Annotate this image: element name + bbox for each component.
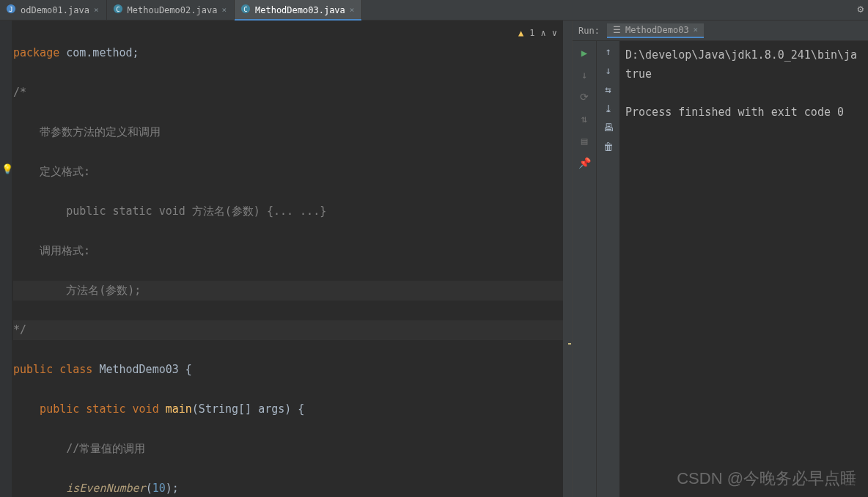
code-editor[interactable]: 💡 package com.method; /* 带参数方法的定义和调用 定义格…: [0, 21, 572, 497]
debug-icon[interactable]: ⇅: [577, 111, 592, 126]
warning-icon: ▲: [518, 23, 523, 43]
console-output[interactable]: D:\develop\Java\jdk1.8.0_241\bin\ja true…: [619, 41, 868, 497]
run-panel: Run: ☰ MethodDemo03 × ⚙ ▶ ↓ ⟳ ⇅ ▤ 📌 ↑ ↓ …: [572, 21, 868, 497]
stop-icon[interactable]: ↓: [577, 67, 592, 82]
run-config-tab[interactable]: ☰ MethodDemo03 ×: [607, 23, 704, 38]
warning-count: 1: [529, 23, 534, 43]
run-config-name: MethodDemo03: [625, 25, 689, 35]
class-icon: C: [113, 4, 123, 16]
chevron-up-icon[interactable]: ∧: [541, 23, 546, 43]
tab-label: MethouDemo02.java: [128, 5, 218, 15]
run-label: Run:: [578, 26, 600, 36]
tab-label: MethodDemo03.java: [255, 5, 345, 15]
close-icon[interactable]: ×: [94, 5, 99, 15]
tab-oddemo01[interactable]: J odDemo01.java ×: [0, 0, 107, 20]
run-toolbar-left: ▶ ↓ ⟳ ⇅ ▤ 📌: [573, 41, 596, 497]
tab-label: odDemo01.java: [21, 5, 89, 15]
pin-icon[interactable]: 📌: [577, 155, 592, 170]
run-toolbar-right: ↑ ↓ ⇆ ⤓ 🖶 🗑: [596, 41, 619, 497]
print-icon[interactable]: 🖶: [603, 122, 614, 133]
editor-tabs: J odDemo01.java × C MethouDemo02.java × …: [0, 0, 868, 21]
close-icon[interactable]: ×: [350, 5, 355, 15]
scroll-icon[interactable]: ⤓: [604, 103, 613, 114]
chevron-down-icon[interactable]: ∨: [552, 23, 557, 43]
inspection-bar[interactable]: ▲ 1 ∧ ∨: [518, 23, 557, 43]
scrollbar[interactable]: [563, 21, 572, 497]
trash-icon[interactable]: 🗑: [603, 141, 614, 152]
run-header: Run: ☰ MethodDemo03 × ⚙: [573, 21, 868, 41]
svg-text:J: J: [9, 6, 12, 13]
gear-icon[interactable]: ⚙: [858, 3, 864, 15]
app-icon: ☰: [613, 25, 621, 35]
java-icon: J: [6, 4, 16, 16]
rerun-icon[interactable]: ⟳: [577, 89, 592, 104]
svg-text:C: C: [243, 6, 247, 13]
code-area[interactable]: package com.method; /* 带参数方法的定义和调用 定义格式:…: [12, 21, 563, 497]
svg-text:C: C: [116, 6, 119, 13]
close-icon[interactable]: ×: [694, 25, 699, 34]
close-icon[interactable]: ×: [221, 5, 227, 15]
tab-methoudemo02[interactable]: C MethouDemo02.java ×: [107, 0, 235, 20]
layout-icon[interactable]: ▤: [577, 133, 592, 148]
up-icon[interactable]: ↑: [605, 45, 611, 57]
tab-methoddemo03[interactable]: C MethodDemo03.java ×: [235, 0, 362, 20]
wrap-icon[interactable]: ⇆: [605, 84, 611, 95]
class-icon: C: [240, 4, 251, 16]
gutter: 💡: [0, 21, 12, 497]
run-icon[interactable]: ▶: [577, 45, 592, 60]
down-icon[interactable]: ↓: [605, 65, 611, 76]
